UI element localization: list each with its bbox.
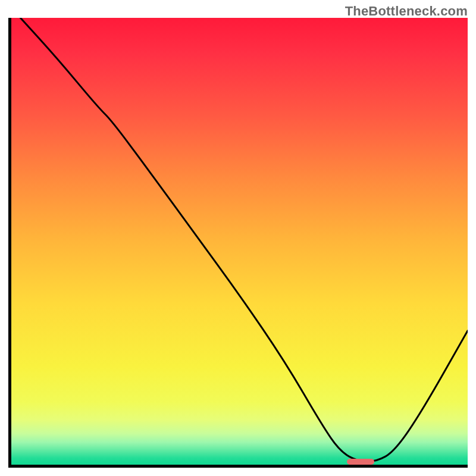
plot-area [8, 18, 468, 468]
watermark-text: TheBottleneck.com [345, 4, 468, 19]
bottleneck-curve [11, 18, 468, 465]
optimal-range-marker [347, 459, 374, 465]
chart-container: TheBottleneck.com [0, 0, 476, 476]
